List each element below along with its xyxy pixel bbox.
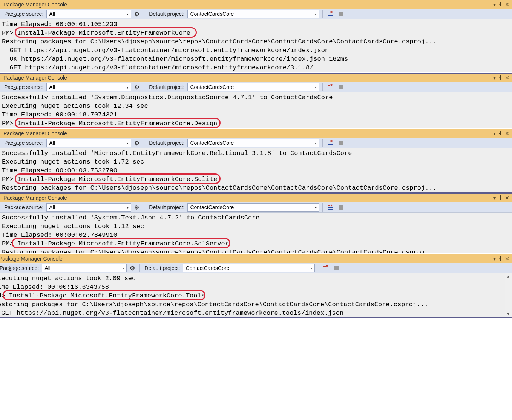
default-project-dropdown[interactable]: ContactCardsCore▾ [187,203,319,212]
close-icon[interactable]: ✕ [505,256,509,262]
scrollbar[interactable]: ▲▼ [505,273,512,317]
window-title: Package Manager Console [3,130,67,136]
console-line: GET https://api.nuget.org/v3-flatcontain… [0,309,511,317]
console-line: Executing nuget actions took 12.34 sec [2,102,511,110]
stop-icon[interactable] [339,205,343,210]
console-line: Time Elapsed: 00:00:01.1051233 [2,20,511,29]
window-title: Package Manager Console [3,2,67,8]
default-project-label: Default project: [147,139,186,147]
clear-console-icon[interactable] [326,84,336,90]
stop-icon[interactable] [339,141,343,145]
package-source-label: Package source: [3,204,45,211]
separator [322,203,323,212]
window-position-dropdown-icon[interactable]: ▾ [493,130,496,136]
default-project-label: Default project: [143,264,181,272]
console-output[interactable]: xecuting nuget actions took 2.09 secime … [0,273,512,317]
gear-icon[interactable]: ⚙ [133,204,141,211]
console-line: Time Elapsed: 00:00:02.7849910 [2,231,511,239]
console-line: Successfully installed 'Microsoft.Entity… [2,149,511,158]
window-title: Package Manager Console [3,75,67,81]
close-icon[interactable]: ✕ [505,75,509,81]
chevron-down-icon: ▾ [127,141,129,145]
console-output[interactable]: Successfully installed 'System.Text.Json… [0,213,512,253]
default-project-dropdown[interactable]: ContactCardsCore▾ [187,10,319,18]
chevron-down-icon: ▾ [122,266,124,270]
default-project-dropdown[interactable]: ContactCardsCore▾ [183,264,315,272]
pin-icon[interactable] [498,130,503,136]
console-line: xecuting nuget actions took 2.09 sec [0,274,511,283]
console-line: M> Install-Package Microsoft.EntityFrame… [0,291,511,300]
gear-icon[interactable]: ⚙ [133,11,141,18]
package-source-label: Package source: [0,264,40,272]
stop-icon[interactable] [339,85,343,89]
console-output[interactable]: Time Elapsed: 00:00:01.1051233PM> Instal… [0,19,512,72]
separator [144,139,144,147]
separator [144,203,144,212]
console-line: Time Elapsed: 00:00:18.7074321 [2,110,511,119]
console-line: ime Elapsed: 00:00:16.6343758 [0,283,511,291]
clear-console-icon[interactable] [321,265,331,271]
console-line: Successfully installed 'System.Text.Json… [2,213,511,222]
chevron-down-icon: ▾ [315,141,317,145]
console-line: PM> Install-Package Microsoft.EntityFram… [2,29,511,37]
console-line: GET https://api.nuget.org/v3-flatcontain… [2,46,511,55]
console-line: Executing nuget actions took 1.12 sec [2,222,511,231]
console-line: estoring packages for C:\Users\djoseph\s… [0,300,511,309]
gear-icon[interactable]: ⚙ [128,265,136,272]
clear-console-icon[interactable] [326,140,336,146]
package-source-dropdown[interactable]: All▾ [46,203,131,212]
separator [144,10,144,18]
pin-icon[interactable] [498,75,503,81]
chevron-down-icon: ▾ [127,85,129,89]
console-line: Restoring packages for C:\Users\djoseph\… [2,248,511,253]
default-project-dropdown[interactable]: ContactCardsCore▾ [187,139,319,147]
package-source-dropdown[interactable]: All▾ [42,264,127,272]
stop-icon[interactable] [334,266,339,270]
close-icon[interactable]: ✕ [505,2,509,8]
chevron-down-icon: ▾ [127,205,129,210]
clear-console-icon[interactable] [326,204,336,210]
package-source-dropdown[interactable]: All▾ [46,10,131,18]
default-project-label: Default project: [147,10,186,18]
chevron-down-icon: ▾ [315,85,317,89]
console-line: Restoring packages for C:\Users\djoseph\… [2,184,511,192]
separator [322,83,323,91]
separator [322,10,323,18]
window-position-dropdown-icon[interactable]: ▾ [493,256,496,262]
window-position-dropdown-icon[interactable]: ▾ [493,195,496,201]
package-source-label: Package source: [3,139,45,147]
chevron-down-icon: ▾ [127,12,129,16]
pin-icon[interactable] [498,256,503,262]
close-icon[interactable]: ✕ [505,195,509,201]
console-output[interactable]: Successfully installed 'Microsoft.Entity… [0,148,512,192]
chevron-down-icon: ▾ [315,205,317,210]
close-icon[interactable]: ✕ [505,130,509,136]
default-project-label: Default project: [147,83,186,91]
clear-console-icon[interactable] [326,11,336,17]
console-line: PM> Install-Package Microsoft.EntityFram… [2,175,511,184]
separator [322,139,323,147]
console-line: OK https://api.nuget.org/v3-flatcontaine… [2,55,511,63]
console-line: GET https://api.nuget.org/v3-flatcontain… [2,63,511,72]
window-title: Package Manager Console [3,195,67,201]
console-output[interactable]: Successfully installed 'System.Diagnosti… [0,92,512,128]
console-line: Restoring packages for C:\Users\djoseph\… [2,37,511,46]
window-position-dropdown-icon[interactable]: ▾ [493,2,496,8]
package-source-dropdown[interactable]: All▾ [46,139,131,147]
pin-icon[interactable] [498,195,503,201]
console-line: Time Elapsed: 00:00:03.7532790 [2,166,511,175]
gear-icon[interactable]: ⚙ [133,139,141,147]
gear-icon[interactable]: ⚙ [133,84,141,91]
stop-icon[interactable] [339,12,343,16]
window-position-dropdown-icon[interactable]: ▾ [493,75,496,81]
scroll-up-icon[interactable]: ▲ [505,273,512,280]
scroll-down-icon[interactable]: ▼ [505,311,512,317]
default-project-dropdown[interactable]: ContactCardsCore▾ [187,83,319,91]
console-line: Executing nuget actions took 1.72 sec [2,158,511,166]
chevron-down-icon: ▾ [315,12,317,16]
console-line: Successfully installed 'System.Diagnosti… [2,93,511,102]
separator [144,83,144,91]
package-source-dropdown[interactable]: All▾ [46,83,131,91]
console-line: PM> Install-Package Microsoft.EntityFram… [2,239,511,248]
pin-icon[interactable] [498,2,503,8]
